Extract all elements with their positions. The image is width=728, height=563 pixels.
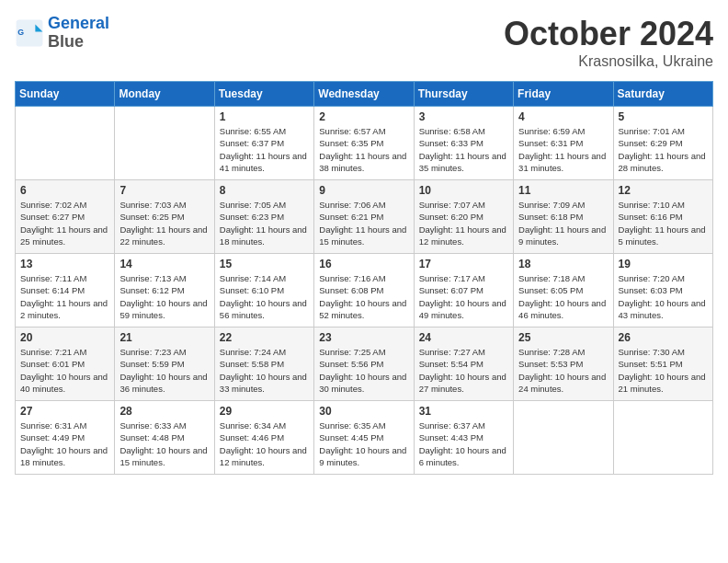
day-info: Sunrise: 6:35 AMSunset: 4:45 PMDaylight:… bbox=[319, 419, 408, 468]
calendar-cell bbox=[514, 401, 613, 475]
day-info: Sunrise: 7:14 AMSunset: 6:10 PMDaylight:… bbox=[220, 272, 309, 321]
day-number: 24 bbox=[419, 331, 508, 344]
day-info: Sunrise: 7:13 AMSunset: 6:12 PMDaylight:… bbox=[119, 272, 209, 321]
day-number: 10 bbox=[419, 184, 508, 197]
day-info: Sunrise: 7:23 AMSunset: 5:59 PMDaylight:… bbox=[119, 346, 209, 395]
day-info: Sunrise: 7:01 AMSunset: 6:29 PMDaylight:… bbox=[619, 125, 708, 174]
calendar-cell: 8Sunrise: 7:05 AMSunset: 6:23 PMDaylight… bbox=[214, 180, 313, 254]
calendar-cell: 24Sunrise: 7:27 AMSunset: 5:54 PMDayligh… bbox=[414, 327, 513, 401]
weekday-header-tuesday: Tuesday bbox=[214, 82, 313, 107]
day-number: 3 bbox=[419, 110, 508, 123]
calendar-cell: 16Sunrise: 7:16 AMSunset: 6:08 PMDayligh… bbox=[314, 254, 414, 327]
day-info: Sunrise: 6:31 AMSunset: 4:49 PMDaylight:… bbox=[20, 419, 109, 468]
day-info: Sunrise: 7:02 AMSunset: 6:27 PMDaylight:… bbox=[20, 199, 109, 247]
day-info: Sunrise: 7:16 AMSunset: 6:08 PMDaylight:… bbox=[319, 272, 408, 321]
day-number: 15 bbox=[220, 258, 309, 270]
day-info: Sunrise: 6:58 AMSunset: 6:33 PMDaylight:… bbox=[419, 125, 508, 174]
calendar-cell: 28Sunrise: 6:33 AMSunset: 4:48 PMDayligh… bbox=[115, 401, 214, 475]
day-info: Sunrise: 7:24 AMSunset: 5:58 PMDaylight:… bbox=[220, 346, 309, 395]
day-info: Sunrise: 6:55 AMSunset: 6:37 PMDaylight:… bbox=[220, 125, 309, 174]
day-number: 17 bbox=[419, 258, 508, 270]
day-number: 4 bbox=[518, 110, 608, 123]
calendar-cell: 19Sunrise: 7:20 AMSunset: 6:03 PMDayligh… bbox=[613, 254, 712, 327]
day-number: 28 bbox=[119, 405, 209, 418]
month-title: October 2024 bbox=[504, 15, 713, 53]
day-number: 11 bbox=[518, 184, 608, 197]
day-number: 18 bbox=[518, 258, 608, 270]
calendar-cell: 22Sunrise: 7:24 AMSunset: 5:58 PMDayligh… bbox=[214, 327, 313, 401]
calendar-cell: 31Sunrise: 6:37 AMSunset: 4:43 PMDayligh… bbox=[414, 401, 513, 475]
day-number: 16 bbox=[319, 258, 408, 270]
day-info: Sunrise: 7:27 AMSunset: 5:54 PMDaylight:… bbox=[419, 346, 508, 395]
day-info: Sunrise: 7:21 AMSunset: 6:01 PMDaylight:… bbox=[20, 346, 109, 395]
calendar-cell: 18Sunrise: 7:18 AMSunset: 6:05 PMDayligh… bbox=[514, 254, 613, 327]
day-number: 6 bbox=[20, 184, 109, 197]
calendar-cell: 10Sunrise: 7:07 AMSunset: 6:20 PMDayligh… bbox=[414, 180, 513, 254]
calendar-cell: 17Sunrise: 7:17 AMSunset: 6:07 PMDayligh… bbox=[414, 254, 513, 327]
calendar-cell: 7Sunrise: 7:03 AMSunset: 6:25 PMDaylight… bbox=[115, 180, 214, 254]
calendar-cell bbox=[613, 401, 712, 475]
calendar-cell: 23Sunrise: 7:25 AMSunset: 5:56 PMDayligh… bbox=[314, 327, 414, 401]
day-info: Sunrise: 7:05 AMSunset: 6:23 PMDaylight:… bbox=[220, 199, 309, 247]
weekday-header-saturday: Saturday bbox=[613, 82, 712, 107]
calendar-header-row: SundayMondayTuesdayWednesdayThursdayFrid… bbox=[16, 82, 713, 107]
day-number: 21 bbox=[119, 331, 209, 344]
day-info: Sunrise: 7:07 AMSunset: 6:20 PMDaylight:… bbox=[419, 199, 508, 247]
day-number: 22 bbox=[220, 331, 309, 344]
weekday-header-wednesday: Wednesday bbox=[314, 82, 414, 107]
day-info: Sunrise: 7:11 AMSunset: 6:14 PMDaylight:… bbox=[20, 272, 109, 321]
calendar-cell: 26Sunrise: 7:30 AMSunset: 5:51 PMDayligh… bbox=[613, 327, 712, 401]
day-number: 26 bbox=[619, 331, 708, 344]
day-info: Sunrise: 7:30 AMSunset: 5:51 PMDaylight:… bbox=[619, 346, 708, 395]
day-number: 14 bbox=[119, 258, 209, 270]
calendar-week-row: 6Sunrise: 7:02 AMSunset: 6:27 PMDaylight… bbox=[16, 180, 713, 254]
calendar-cell: 6Sunrise: 7:02 AMSunset: 6:27 PMDaylight… bbox=[16, 180, 115, 254]
logo-icon: G bbox=[15, 18, 44, 48]
day-info: Sunrise: 6:34 AMSunset: 4:46 PMDaylight:… bbox=[220, 419, 309, 468]
day-info: Sunrise: 7:18 AMSunset: 6:05 PMDaylight:… bbox=[518, 272, 608, 321]
calendar-cell bbox=[115, 107, 214, 180]
day-info: Sunrise: 6:59 AMSunset: 6:31 PMDaylight:… bbox=[518, 125, 608, 174]
calendar-cell: 4Sunrise: 6:59 AMSunset: 6:31 PMDaylight… bbox=[514, 107, 613, 180]
day-info: Sunrise: 7:09 AMSunset: 6:18 PMDaylight:… bbox=[518, 199, 608, 247]
calendar-cell: 12Sunrise: 7:10 AMSunset: 6:16 PMDayligh… bbox=[613, 180, 712, 254]
calendar-week-row: 20Sunrise: 7:21 AMSunset: 6:01 PMDayligh… bbox=[16, 327, 713, 401]
day-number: 12 bbox=[619, 184, 708, 197]
calendar-cell bbox=[16, 107, 115, 180]
calendar-cell: 13Sunrise: 7:11 AMSunset: 6:14 PMDayligh… bbox=[16, 254, 115, 327]
calendar-week-row: 13Sunrise: 7:11 AMSunset: 6:14 PMDayligh… bbox=[16, 254, 713, 327]
calendar-cell: 14Sunrise: 7:13 AMSunset: 6:12 PMDayligh… bbox=[115, 254, 214, 327]
calendar-cell: 27Sunrise: 6:31 AMSunset: 4:49 PMDayligh… bbox=[16, 401, 115, 475]
logo: G General Blue bbox=[15, 15, 109, 52]
weekday-header-monday: Monday bbox=[115, 82, 214, 107]
calendar-week-row: 1Sunrise: 6:55 AMSunset: 6:37 PMDaylight… bbox=[16, 107, 713, 180]
calendar-cell: 30Sunrise: 6:35 AMSunset: 4:45 PMDayligh… bbox=[314, 401, 414, 475]
day-info: Sunrise: 7:10 AMSunset: 6:16 PMDaylight:… bbox=[619, 199, 708, 247]
day-info: Sunrise: 7:28 AMSunset: 5:53 PMDaylight:… bbox=[518, 346, 608, 395]
calendar-cell: 11Sunrise: 7:09 AMSunset: 6:18 PMDayligh… bbox=[514, 180, 613, 254]
day-number: 30 bbox=[319, 405, 408, 418]
calendar-cell: 20Sunrise: 7:21 AMSunset: 6:01 PMDayligh… bbox=[16, 327, 115, 401]
title-block: October 2024 Krasnosilka, Ukraine bbox=[504, 15, 713, 70]
day-number: 5 bbox=[619, 110, 708, 123]
weekday-header-friday: Friday bbox=[514, 82, 613, 107]
day-number: 2 bbox=[319, 110, 408, 123]
day-info: Sunrise: 7:06 AMSunset: 6:21 PMDaylight:… bbox=[319, 199, 408, 247]
day-info: Sunrise: 6:37 AMSunset: 4:43 PMDaylight:… bbox=[419, 419, 508, 468]
day-number: 1 bbox=[220, 110, 309, 123]
day-info: Sunrise: 6:33 AMSunset: 4:48 PMDaylight:… bbox=[119, 419, 209, 468]
day-number: 9 bbox=[319, 184, 408, 197]
day-info: Sunrise: 7:17 AMSunset: 6:07 PMDaylight:… bbox=[419, 272, 508, 321]
calendar-cell: 5Sunrise: 7:01 AMSunset: 6:29 PMDaylight… bbox=[613, 107, 712, 180]
day-number: 31 bbox=[419, 405, 508, 418]
day-info: Sunrise: 7:20 AMSunset: 6:03 PMDaylight:… bbox=[619, 272, 708, 321]
day-number: 19 bbox=[619, 258, 708, 270]
day-number: 8 bbox=[220, 184, 309, 197]
day-info: Sunrise: 6:57 AMSunset: 6:35 PMDaylight:… bbox=[319, 125, 408, 174]
day-number: 25 bbox=[518, 331, 608, 344]
calendar-cell: 1Sunrise: 6:55 AMSunset: 6:37 PMDaylight… bbox=[214, 107, 313, 180]
svg-text:G: G bbox=[17, 27, 24, 36]
day-number: 13 bbox=[20, 258, 109, 270]
location-subtitle: Krasnosilka, Ukraine bbox=[504, 53, 713, 70]
calendar-cell: 25Sunrise: 7:28 AMSunset: 5:53 PMDayligh… bbox=[514, 327, 613, 401]
